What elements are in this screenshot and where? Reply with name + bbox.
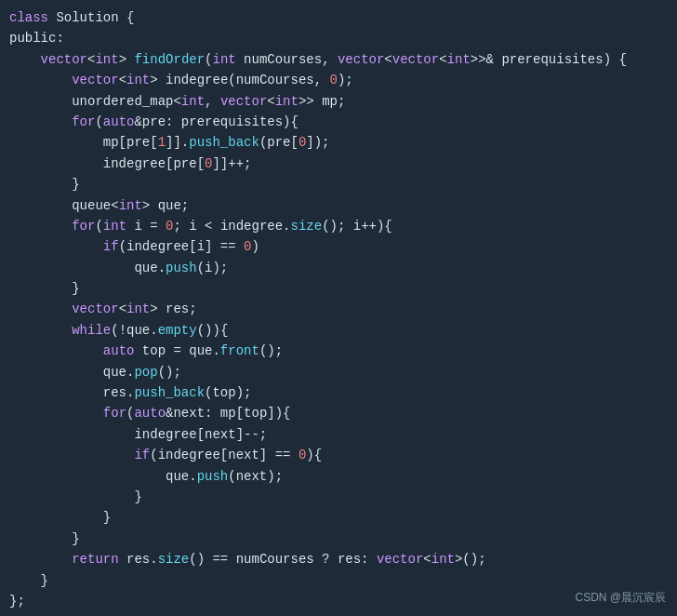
code-line-26: } xyxy=(9,529,668,549)
code-line-25: } xyxy=(9,507,668,528)
code-line-24: } xyxy=(9,487,668,507)
code-line-11: for(int i = 0; i < indegree.size(); i++)… xyxy=(9,216,668,236)
code-line-29: }; xyxy=(9,591,668,611)
code-line-2: public: xyxy=(9,28,668,48)
code-line-15: vector<int> res; xyxy=(9,299,668,319)
code-line-21: indegree[next]--; xyxy=(9,424,668,445)
code-line-27: return res.size() == numCourses ? res: v… xyxy=(9,549,668,569)
code-line-8: indegree[pre[0]]++; xyxy=(9,154,668,174)
code-line-4: vector<int> indegree(numCourses, 0); xyxy=(9,70,668,90)
code-line-14: } xyxy=(9,278,668,299)
code-line-5: unordered_map<int, vector<int>> mp; xyxy=(9,91,668,112)
code-line-9: } xyxy=(9,174,668,194)
code-line-28: } xyxy=(9,570,668,591)
code-container: class Solution { public: vector<int> fin… xyxy=(0,0,677,616)
code-line-6: for(auto&pre: prerequisites){ xyxy=(9,112,668,132)
code-line-18: que.pop(); xyxy=(9,362,668,382)
code-line-7: mp[pre[1]].push_back(pre[0]); xyxy=(9,132,668,153)
code-block: class Solution { public: vector<int> fin… xyxy=(9,7,668,611)
code-line-17: auto top = que.front(); xyxy=(9,341,668,361)
code-line-13: que.push(i); xyxy=(9,258,668,278)
code-line-22: if(indegree[next] == 0){ xyxy=(9,445,668,465)
code-line-12: if(indegree[i] == 0) xyxy=(9,236,668,257)
code-line-16: while(!que.empty()){ xyxy=(9,320,668,341)
code-line-1: class Solution { xyxy=(9,7,668,28)
code-line-23: que.push(next); xyxy=(9,466,668,487)
code-line-10: queue<int> que; xyxy=(9,195,668,216)
watermark: CSDN @晨沉宸辰 xyxy=(575,589,666,607)
code-line-20: for(auto&next: mp[top]){ xyxy=(9,403,668,423)
code-line-3: vector<int> findOrder(int numCourses, ve… xyxy=(9,49,668,70)
code-line-19: res.push_back(top); xyxy=(9,382,668,403)
